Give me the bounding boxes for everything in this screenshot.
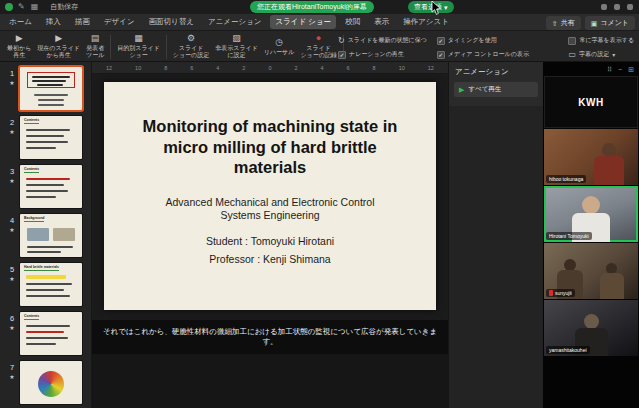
always-show-captions-checkbox[interactable]: 常に字幕を表示する — [568, 36, 634, 45]
slide-canvas: Monitoring of machining state in micro m… — [92, 74, 448, 408]
status-icon — [627, 4, 633, 10]
participant-silhouette — [600, 273, 624, 299]
share-icon: ⇧ — [552, 20, 558, 27]
slide-number: 4 — [10, 216, 14, 225]
thumbnail-row: 5 ★ Hard brittle materials — [0, 263, 91, 312]
play-from-start-button[interactable]: ▶ 最初から 再生 — [5, 33, 33, 60]
share-button[interactable]: ⇧ 共有 — [546, 16, 581, 30]
tab-assist[interactable]: 操作アシスト — [398, 15, 454, 29]
tab-animations[interactable]: アニメーション — [203, 15, 267, 29]
ruler-number: 12 — [428, 65, 434, 71]
mic-muted-icon — [549, 290, 553, 296]
ruler-number: 0 — [268, 65, 271, 71]
thumbnail-row: 2 ★ Contents — [0, 116, 91, 165]
mouse-cursor — [431, 1, 443, 16]
play-icon: ▶ — [459, 86, 464, 93]
grid-icon[interactable]: ▦ — [31, 3, 39, 11]
clock-icon: ◷ — [275, 38, 283, 49]
tab-slideshow[interactable]: スライド ショー — [270, 15, 336, 29]
hide-slide-button[interactable]: ▨ 非表示スライド に設定 — [213, 33, 260, 60]
participant-tile-hiboo[interactable]: hiboo tokunaga — [544, 129, 638, 185]
color-wheel-figure — [38, 371, 64, 397]
participant-silhouette — [582, 196, 600, 214]
menubar-status-icons — [601, 4, 633, 10]
slide-thumbnail-2[interactable]: Contents — [20, 116, 82, 159]
slide-professor-line[interactable]: Professor : Kenji Shimana — [104, 253, 436, 265]
caption-settings-dropdown[interactable]: ▭ 字幕の設定 ▾ — [568, 50, 634, 59]
record-slideshow-button[interactable]: ● スライド ショーの記録 — [298, 33, 338, 60]
slide-thumbnail-6[interactable]: Contents — [20, 312, 82, 355]
thumbnail-row: 1 ★ — [0, 67, 91, 116]
autosave-label[interactable]: 自動保存 — [50, 2, 78, 12]
ruler-number: 2 — [294, 65, 297, 71]
checkbox-checked-icon: ✓ — [437, 37, 445, 45]
rehearse-timings-button[interactable]: ◷ リハーサル — [262, 37, 297, 57]
pencil-icon[interactable]: ✎ — [18, 3, 25, 11]
thumbnail-row: 3 ★ Contents — [0, 165, 91, 214]
use-timings-checkbox[interactable]: ✓ タイミングを使用 — [437, 36, 529, 45]
ruler-number: 2 — [242, 65, 245, 71]
participant-tile-sunyujii[interactable]: sunyujii — [544, 243, 638, 299]
slide-thumbnail-1[interactable] — [20, 67, 82, 110]
slide-number: 7 — [10, 363, 14, 372]
slide-thumbnail-3[interactable]: Contents — [20, 165, 82, 208]
hidden-slide-icon: ▨ — [232, 34, 241, 45]
transition-star-icon: ★ — [9, 178, 14, 184]
slide-thumbnail-7[interactable] — [20, 361, 82, 404]
ruler-number: 4 — [216, 65, 219, 71]
presenter-view-button[interactable]: ▤ 発表者 ツール — [84, 33, 106, 60]
minimize-icon[interactable]: − — [618, 66, 622, 73]
participant-tile-kwh[interactable]: KWH — [544, 76, 638, 128]
status-icon — [614, 4, 620, 10]
transition-star-icon: ★ — [9, 227, 14, 233]
zoom-strip-controls: ⠿ − ⊞ — [543, 62, 639, 76]
live-caption-bar: それではこれから、硬脆性材料の微細加工における加工状態の監視について広谷が発表し… — [92, 320, 448, 354]
keep-slides-updated-toggle[interactable]: ↻ スライドを最新の状態に保つ — [338, 36, 427, 45]
ribbon-tab-bar: ホーム 挿入 描画 デザイン 画面切り替え アニメーション スライド ショー 校… — [0, 14, 639, 31]
slide-student-line[interactable]: Student : Tomoyuki Hirotani — [104, 235, 436, 247]
transition-star-icon: ★ — [9, 129, 14, 135]
tab-review[interactable]: 校閲 — [340, 15, 365, 29]
slide-thumbnail-5[interactable]: Hard brittle materials — [20, 263, 82, 306]
slide-department[interactable]: Advanced Mechanical and Electronic Contr… — [104, 196, 436, 222]
ruler-number: 12 — [106, 65, 112, 71]
slide-thumbnail-4[interactable]: Background — [20, 214, 82, 257]
gallery-view-icon[interactable]: ⊞ — [628, 66, 634, 73]
slide-number: 6 — [10, 314, 14, 323]
slide-number: 3 — [10, 167, 14, 176]
transition-star-icon: ★ — [9, 325, 14, 331]
tab-draw[interactable]: 描画 — [70, 15, 95, 29]
animation-list[interactable] — [449, 106, 544, 408]
status-icon — [601, 4, 607, 10]
transition-star-icon: ★ — [9, 80, 14, 86]
slide-number: 1 — [10, 69, 14, 78]
custom-slideshow-button[interactable]: ▦ 目的別スライド ショー — [115, 33, 162, 60]
transition-star-icon: ★ — [9, 276, 14, 282]
comments-button[interactable]: ▣ コメント — [585, 16, 635, 30]
app-menu-icon[interactable] — [5, 3, 13, 11]
comments-label: コメント — [600, 18, 629, 28]
canvas-background — [92, 354, 448, 408]
tab-insert[interactable]: 挿入 — [41, 15, 66, 29]
play-from-current-button[interactable]: ▶ 現在のスライド から再生 — [35, 33, 82, 60]
tab-transitions[interactable]: 画面切り替え — [144, 15, 199, 29]
checkbox-checked-icon: ✓ — [437, 51, 445, 59]
play-all-button[interactable]: ▶ すべて再生 — [454, 82, 538, 97]
chevron-down-icon: ▾ — [612, 52, 615, 58]
participant-tile-hirotani[interactable]: Hirotani Tomoyuki — [544, 186, 638, 242]
checkbox-checked-icon: ✓ — [338, 51, 346, 59]
slide-editing-surface[interactable]: Monitoring of machining state in micro m… — [104, 82, 436, 310]
participant-tile-yamashita[interactable]: yamashitakouhei — [544, 300, 638, 356]
participant-name-badge: Hirotani Tomoyuki — [546, 232, 592, 240]
show-media-controls-checkbox[interactable]: ✓ メディア コントロールの表示 — [437, 50, 529, 59]
tab-home[interactable]: ホーム — [4, 15, 37, 29]
play-narration-checkbox[interactable]: ✓ ナレーションの再生 — [338, 50, 427, 59]
drag-handle-icon[interactable]: ⠿ — [607, 66, 612, 73]
slide-title[interactable]: Monitoring of machining state in micro m… — [104, 116, 436, 178]
tab-design[interactable]: デザイン — [99, 15, 140, 29]
play-icon: ▶ — [16, 34, 23, 45]
ribbon-separator — [166, 35, 167, 59]
tab-view[interactable]: 表示 — [369, 15, 394, 29]
setup-slideshow-button[interactable]: ⚙ スライド ショーの設定 — [171, 33, 211, 60]
participant-silhouette — [602, 143, 616, 157]
